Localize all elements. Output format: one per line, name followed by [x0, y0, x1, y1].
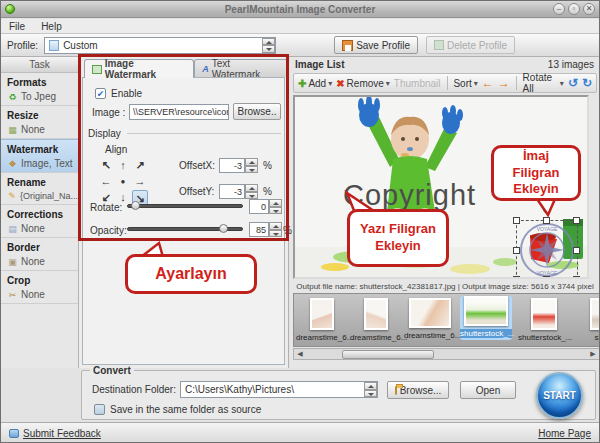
align-top-left-button[interactable]: ↖ — [98, 158, 114, 173]
thumbnail-scrollbar[interactable]: ◀ ▶ — [293, 348, 600, 360]
open-button[interactable]: Open — [460, 381, 516, 399]
sidebar-item-watermark[interactable]: Watermark ❖Image, Text — [1, 139, 78, 173]
thumbnail-3[interactable]: dreamstime_6... — [404, 298, 456, 340]
browse-destination-label: Browse... — [400, 385, 442, 396]
destination-combo[interactable]: C:\Users\Kathy\Pictures\ — [180, 381, 378, 398]
close-button[interactable]: ✕ — [583, 3, 595, 15]
scroll-left-icon[interactable]: ◀ — [294, 349, 306, 359]
offset-x-percent: % — [263, 160, 272, 171]
profile-value: Custom — [63, 40, 97, 51]
scroll-right-icon[interactable]: ▶ — [587, 349, 599, 359]
thumbnail-2[interactable]: dreamstime_6... — [350, 298, 402, 342]
title-bar[interactable]: PearlMountain Image Converter – ▫ ✕ — [1, 1, 599, 18]
tab-image-watermark[interactable]: Image Watermark — [84, 59, 194, 78]
rotate-left-icon[interactable]: ↺ — [568, 76, 578, 90]
rotate-slider[interactable] — [127, 201, 243, 210]
sidebar-item-crop[interactable]: Crop ✂None — [1, 271, 78, 304]
offset-y-input[interactable]: -3 — [219, 184, 245, 199]
home-page-link[interactable]: Home Page — [538, 428, 591, 439]
maximize-button[interactable]: ▫ — [568, 3, 580, 15]
move-previous-icon[interactable]: ← — [482, 76, 494, 90]
same-folder-checkbox[interactable] — [94, 404, 105, 415]
watermark-icon: ❖ — [7, 159, 18, 169]
menu-file[interactable]: File — [6, 21, 28, 32]
tab-text-watermark[interactable]: A Text Watermark — [194, 59, 288, 77]
rotate-label: Rotate: — [90, 202, 122, 213]
thumbnail-1[interactable]: dreamstime_6... — [296, 298, 348, 342]
start-button[interactable]: START — [536, 372, 583, 419]
submit-feedback-link[interactable]: Submit Feedback — [9, 428, 101, 439]
selection-handle-s[interactable] — [543, 276, 550, 279]
scrollbar-thumb[interactable] — [342, 350, 434, 359]
offset-x-input[interactable]: -3 — [219, 158, 245, 173]
rotate-slider-thumb[interactable] — [131, 201, 140, 210]
rotate-right-icon[interactable]: ↻ — [582, 76, 592, 90]
selection-handle-n[interactable] — [543, 217, 550, 224]
add-button[interactable]: ✚ Add ▾ — [298, 78, 332, 89]
save-profile-label: Save Profile — [356, 40, 410, 51]
rotate-spinner[interactable] — [269, 199, 282, 214]
watermark-value: Image, Text — [21, 158, 73, 169]
watermark-title: Watermark — [7, 144, 78, 155]
corrections-title: Corrections — [7, 209, 78, 220]
align-left-button[interactable]: ← — [98, 174, 114, 189]
task-sidebar: Task Formats ♻To Jpeg Resize ▦None Water… — [1, 57, 79, 368]
image-path-input[interactable]: \\SERVER\resource\icon\waterma — [129, 104, 229, 120]
sort-button[interactable]: Sort ▾ — [453, 78, 477, 89]
enable-label: Enable — [111, 88, 142, 99]
add-icon: ✚ — [298, 78, 306, 89]
browse-destination-button[interactable]: Browse... — [387, 381, 449, 399]
move-next-icon[interactable]: → — [498, 76, 510, 90]
rotate-all-button[interactable]: Rotate All ▾ — [523, 72, 564, 94]
folder-icon — [395, 386, 397, 395]
selection-handle-se[interactable] — [573, 276, 580, 279]
align-top-button[interactable]: ↑ — [115, 158, 131, 173]
opacity-input[interactable]: 85 — [249, 222, 269, 237]
spinner-up-icon[interactable] — [262, 38, 275, 46]
minimize-button[interactable]: – — [553, 3, 565, 15]
remove-button[interactable]: ✖ Remove ▾ — [336, 78, 390, 89]
sidebar-item-rename[interactable]: Rename ✎{Original_Na... — [1, 173, 78, 205]
menu-help[interactable]: Help — [38, 21, 65, 32]
app-window: PearlMountain Image Converter – ▫ ✕ File… — [0, 0, 600, 443]
rotation-handle[interactable] — [543, 206, 550, 213]
browse-watermark-button[interactable]: Browse.. — [233, 103, 281, 120]
enable-checkbox[interactable]: ✔ — [95, 88, 106, 99]
image-tab-icon — [92, 65, 102, 74]
thumbnail-button[interactable]: Thumbnail — [394, 78, 441, 89]
offset-x-spinner[interactable] — [245, 158, 258, 173]
profile-label: Profile: — [7, 40, 38, 51]
delete-profile-button[interactable]: Delete Profile — [426, 36, 515, 54]
thumbnail-6[interactable]: sh... — [576, 298, 600, 342]
rotate-input[interactable]: 0 — [249, 199, 269, 214]
selection-handle-e[interactable] — [573, 247, 580, 254]
preview-area[interactable]: Copyright VOYAGE VOYAGE — [293, 95, 589, 279]
thumbnail-4-selected[interactable]: shutterstock_... — [460, 296, 512, 340]
selection-handle-w[interactable] — [513, 247, 520, 254]
selection-handle-sw[interactable] — [513, 276, 520, 279]
opacity-spinner[interactable] — [269, 222, 282, 237]
watermark-selection-box[interactable] — [516, 220, 578, 279]
sidebar-item-corrections[interactable]: Corrections ▤None — [1, 205, 78, 238]
sidebar-item-resize[interactable]: Resize ▦None — [1, 106, 78, 139]
profile-spinner[interactable] — [262, 38, 275, 53]
output-status: Output file name: shutterstock_42381817.… — [290, 282, 600, 291]
destination-spinner[interactable] — [364, 382, 377, 397]
offset-y-spinner[interactable] — [245, 184, 258, 199]
image-list-title: Image List — [295, 59, 344, 72]
opacity-slider[interactable] — [127, 224, 243, 233]
opacity-slider-thumb[interactable] — [219, 224, 228, 233]
status-bar: Submit Feedback Home Page — [1, 422, 599, 443]
sidebar-item-formats[interactable]: Formats ♻To Jpeg — [1, 73, 78, 106]
text-watermark-preview[interactable]: Copyright — [343, 179, 476, 212]
align-top-right-button[interactable]: ↗ — [132, 158, 148, 173]
selection-handle-ne[interactable] — [573, 217, 580, 224]
thumbnail-5[interactable]: shutterstock_... — [518, 298, 570, 342]
save-profile-button[interactable]: Save Profile — [334, 36, 418, 54]
spinner-down-icon[interactable] — [262, 45, 275, 53]
profile-combo[interactable]: Custom — [44, 37, 276, 54]
sidebar-item-border[interactable]: Border ▣None — [1, 238, 78, 271]
selection-handle-nw[interactable] — [513, 217, 520, 224]
align-right-button[interactable]: → — [132, 174, 148, 189]
align-center-button[interactable]: ● — [115, 174, 131, 189]
